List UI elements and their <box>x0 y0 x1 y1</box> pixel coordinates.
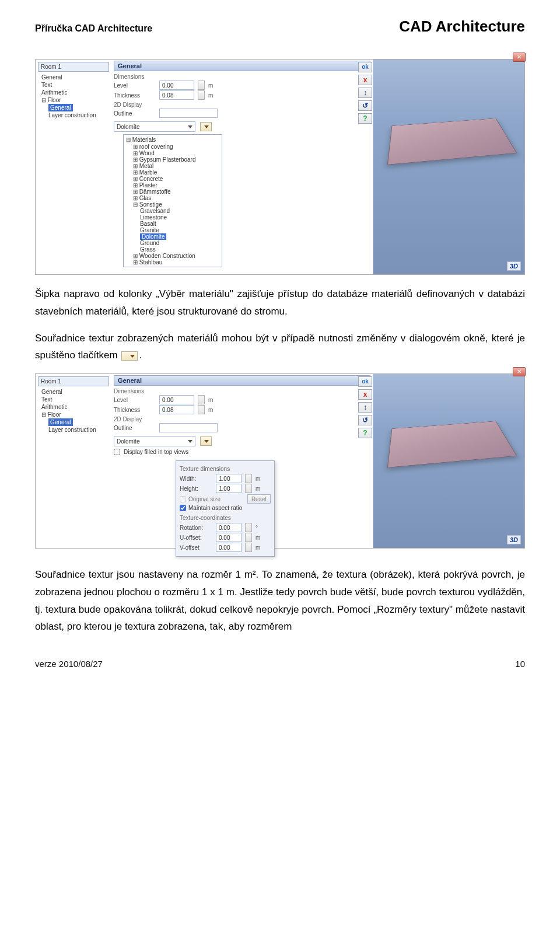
popup-section-coords: Texture-coordinates <box>180 515 271 521</box>
paragraph-2: Souřadnice textur zobrazených materiálů … <box>35 330 525 365</box>
level-spinner[interactable] <box>198 395 205 404</box>
tool-button[interactable]: ↕ <box>358 88 372 98</box>
tree-item[interactable]: Arithmetic <box>38 89 109 96</box>
group-2d: 2D Display <box>114 102 370 108</box>
thickness-spinner[interactable] <box>198 90 205 100</box>
display-filled-label: Display filled in top views <box>124 449 188 455</box>
width-spinner[interactable] <box>245 474 252 483</box>
group-dimensions: Dimensions <box>114 388 370 394</box>
texture-settings-button[interactable] <box>200 436 212 446</box>
tree-item[interactable]: General <box>38 74 109 81</box>
level-input[interactable] <box>159 81 194 90</box>
page-footer: verze 2010/08/27 10 <box>35 659 525 669</box>
unit-m: m <box>208 397 213 403</box>
chevron-down-icon <box>188 125 192 128</box>
panel-header: General <box>114 375 370 386</box>
tree-item[interactable]: Text <box>38 396 109 403</box>
unit-m: m <box>208 92 213 99</box>
paragraph-3: Souřadnice textur jsou nastaveny na rozm… <box>35 566 525 635</box>
material-combo[interactable]: Dolomite <box>114 436 195 446</box>
footer-version: verze 2010/08/27 <box>35 659 103 669</box>
level-label: Level <box>114 397 156 403</box>
footer-page-number: 10 <box>515 659 525 669</box>
original-size-label: Original size <box>188 496 220 502</box>
paragraph-1: Šipka napravo od kolonky „Výběr materiál… <box>35 285 525 320</box>
outline-input[interactable] <box>159 423 218 432</box>
cancel-button[interactable]: x <box>358 389 372 400</box>
texture-popup: Texture dimensions Width: m Height: m Or… <box>176 460 275 557</box>
tree-panel: Room 1 General Text Arithmetic ⊟ Floor G… <box>36 60 111 274</box>
materials-dropdown[interactable]: ⊟ Materials ⊞ roof covering ⊞ Wood ⊞ Gyp… <box>123 134 222 267</box>
help-button[interactable]: ? <box>358 113 372 124</box>
height-input[interactable] <box>216 484 242 493</box>
panel-header: General <box>114 61 370 71</box>
texture-settings-button[interactable] <box>200 122 212 131</box>
v-offset-input[interactable] <box>216 543 242 552</box>
width-input[interactable] <box>216 474 242 483</box>
aspect-ratio-label: Maintain aspect ratio <box>188 505 242 511</box>
material-combo[interactable]: Dolomite <box>114 121 195 132</box>
screenshot-2: Room 1 General Text Arithmetic ⊟ Floor G… <box>35 373 525 549</box>
rotation-label: Rotation: <box>180 525 212 531</box>
header-left: Příručka CAD Architecture <box>35 23 152 34</box>
tree-panel: Room 1 General Text Arithmetic ⊟ Floor G… <box>36 374 111 548</box>
tree-item[interactable]: Text <box>38 81 109 89</box>
tree-item-floor[interactable]: ⊟ Floor <box>38 411 109 418</box>
material-value: Dolomite <box>117 124 139 130</box>
preview-3d-panel: ✕ ok x ↕ ↺ ? 3D <box>373 60 524 274</box>
aspect-ratio-checkbox[interactable] <box>180 505 186 511</box>
v-offset-label: V-offset <box>180 544 212 551</box>
3d-badge: 3D <box>507 535 521 544</box>
form-panel: General Dimensions Level m Thickness m 2… <box>111 60 373 274</box>
width-label: Width: <box>180 476 212 482</box>
thickness-spinner[interactable] <box>198 405 205 414</box>
outline-input[interactable] <box>159 109 218 118</box>
screenshot-1: Room 1 General Text Arithmetic ⊟ Floor G… <box>35 59 525 275</box>
level-spinner[interactable] <box>198 81 205 90</box>
rotation-input[interactable] <box>216 523 242 532</box>
cancel-button[interactable]: x <box>358 75 372 85</box>
window-title: Room 1 <box>38 376 109 386</box>
ok-button[interactable]: ok <box>358 62 372 72</box>
tree-item[interactable]: Layer construction <box>38 111 109 119</box>
group-dimensions: Dimensions <box>114 74 370 80</box>
reset-button[interactable]: Reset <box>247 494 271 504</box>
floor-tile-preview <box>387 118 517 165</box>
tree-item[interactable]: Arithmetic <box>38 403 109 411</box>
preview-3d-panel: ✕ ok x ↕ ↺ ? 3D <box>373 374 524 548</box>
help-button[interactable]: ? <box>358 428 372 438</box>
v-offset-spinner[interactable] <box>245 543 252 552</box>
original-size-checkbox <box>180 496 186 502</box>
height-spinner[interactable] <box>245 484 252 493</box>
material-value: Dolomite <box>117 438 139 445</box>
floor-tile-preview <box>387 421 517 468</box>
chevron-down-icon <box>188 440 192 443</box>
u-offset-label: U-offset: <box>180 535 212 541</box>
level-label: Level <box>114 82 156 89</box>
u-offset-input[interactable] <box>216 533 242 542</box>
3d-badge: 3D <box>507 261 521 271</box>
tree-item[interactable]: General <box>38 388 109 396</box>
tree-item-general[interactable]: General <box>38 104 109 111</box>
thickness-input[interactable] <box>159 90 194 100</box>
tree-item-general[interactable]: General <box>38 418 109 426</box>
u-offset-spinner[interactable] <box>245 533 252 542</box>
close-icon[interactable]: ✕ <box>513 367 526 376</box>
ok-button[interactable]: ok <box>358 376 372 387</box>
tree-item[interactable]: Layer construction <box>38 426 109 434</box>
tree-item-floor[interactable]: ⊟ Floor <box>38 96 109 104</box>
tool-button[interactable]: ↕ <box>358 402 372 413</box>
tool-button[interactable]: ↺ <box>358 415 372 425</box>
thickness-input[interactable] <box>159 405 194 414</box>
level-input[interactable] <box>159 395 194 404</box>
tool-button[interactable]: ↺ <box>358 100 372 111</box>
display-filled-checkbox[interactable] <box>114 449 120 455</box>
outline-label: Outline <box>114 110 156 117</box>
unit-m: m <box>208 82 213 89</box>
window-title: Room 1 <box>38 62 109 72</box>
texture-settings-icon <box>121 351 138 361</box>
outline-label: Outline <box>114 425 156 431</box>
close-icon[interactable]: ✕ <box>513 53 526 62</box>
rotation-spinner[interactable] <box>245 523 252 532</box>
header-right: CAD Architecture <box>399 18 525 36</box>
